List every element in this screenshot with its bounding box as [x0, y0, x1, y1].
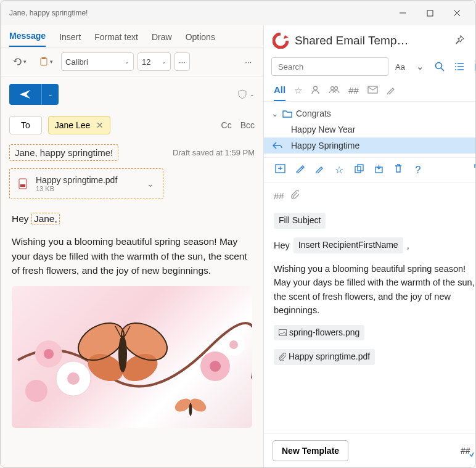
filter-team-icon[interactable] — [329, 85, 340, 101]
svg-point-28 — [189, 403, 192, 416]
font-size-select[interactable]: 12 ⌄ — [137, 52, 171, 71]
copy-icon[interactable] — [353, 164, 365, 176]
attachment-icon — [290, 189, 299, 203]
chevron-down-icon[interactable]: ⌄ — [250, 91, 255, 97]
help-icon[interactable]: ? — [412, 165, 424, 176]
import-icon[interactable] — [372, 164, 385, 176]
font-name: Calibri — [65, 57, 88, 67]
window-title: Jane, happy springtime! — [9, 9, 389, 17]
popout-icon[interactable] — [471, 59, 475, 75]
footer-hash[interactable]: ## — [461, 446, 470, 456]
filter-edit-icon[interactable] — [387, 85, 396, 101]
svg-point-9 — [44, 349, 54, 359]
filter-person-icon[interactable] — [311, 85, 320, 101]
greeting-pre: Hey — [12, 213, 31, 224]
reply-icon — [273, 141, 282, 150]
remove-recipient-icon[interactable]: ✕ — [96, 120, 104, 130]
close-panel-icon[interactable]: ✕ — [472, 34, 475, 47]
filter-mail-icon[interactable] — [367, 85, 378, 101]
message-body[interactable]: Hey Jane, Wishing you a blooming beautif… — [1, 204, 263, 467]
recipient-name: Jane Lee — [55, 120, 91, 130]
chevron-down-icon[interactable]: ⌄ — [147, 179, 154, 189]
tab-insert[interactable]: Insert — [59, 32, 81, 47]
insert-recipient-token[interactable]: Insert RecipientFirstName — [293, 237, 403, 253]
svg-point-23 — [118, 335, 127, 372]
overflow-button[interactable]: ··· — [240, 52, 256, 71]
image-attachment-name: spring-flowers.png — [289, 327, 359, 337]
insert-icon[interactable] — [274, 164, 286, 176]
attachment-icon — [279, 353, 286, 361]
chevron-down-icon: ▾ — [50, 59, 53, 65]
paste-button[interactable]: ▾ — [35, 52, 57, 71]
svg-point-13 — [210, 361, 221, 372]
maximize-icon — [427, 10, 433, 17]
fill-subject-token[interactable]: Fill Subject — [274, 213, 326, 229]
svg-point-33 — [331, 86, 334, 89]
new-template-button[interactable]: New Template — [273, 440, 348, 461]
delete-icon[interactable] — [392, 164, 404, 176]
send-button[interactable] — [9, 84, 41, 105]
filter-favorites[interactable]: ☆ — [294, 85, 302, 101]
pen-icon[interactable] — [293, 164, 306, 176]
font-size-toggle[interactable]: Aa — [392, 59, 408, 75]
search-input[interactable] — [271, 57, 388, 76]
svg-rect-1 — [427, 10, 433, 16]
undo-icon — [12, 57, 22, 67]
template-item-selected[interactable]: Happy Springtime ⋮ — [264, 138, 475, 154]
ribbon-tabs: Message Insert Format text Draw Options — [1, 25, 263, 47]
greet-text: Hey — [274, 239, 290, 252]
svg-line-30 — [441, 68, 445, 72]
inline-image — [12, 286, 252, 428]
clipboard-icon — [39, 57, 49, 67]
pdf-icon — [18, 178, 30, 189]
undo-button[interactable]: ▾ — [8, 52, 31, 71]
svg-rect-5 — [42, 57, 46, 59]
font-select[interactable]: Calibri ⌄ — [61, 52, 134, 71]
meta-hash: ## — [274, 189, 284, 203]
image-icon — [279, 329, 287, 336]
attachment-name: Happy springtime.pdf — [36, 175, 141, 185]
attachment-size: 13 KB — [36, 185, 141, 192]
search-icon[interactable] — [432, 59, 448, 75]
svg-rect-40 — [279, 329, 287, 335]
minimize-button[interactable] — [389, 4, 416, 22]
checklist-icon[interactable] — [451, 59, 467, 75]
chevron-down-icon: ⌄ — [48, 91, 53, 97]
bcc-button[interactable]: Bcc — [240, 120, 255, 130]
body-text: Wishing you a blooming beautiful spring … — [12, 234, 252, 277]
tab-options[interactable]: Options — [186, 32, 215, 47]
cc-button[interactable]: Cc — [221, 120, 232, 130]
panel-title: Shared Email Temp… — [295, 34, 446, 47]
tab-draw[interactable]: Draw — [152, 32, 172, 47]
svg-point-34 — [335, 86, 338, 89]
to-button[interactable]: To — [9, 116, 42, 134]
pdf-attachment-chip[interactable]: Happy springtime.pdf — [274, 349, 375, 365]
maximize-button[interactable] — [416, 4, 443, 22]
star-icon[interactable]: ☆ — [333, 164, 345, 176]
svg-rect-7 — [20, 184, 25, 187]
minimize-icon — [399, 9, 406, 17]
recipient-chip[interactable]: Jane Lee ✕ — [48, 116, 111, 134]
filter-hash[interactable]: ## — [348, 85, 359, 101]
greeting-name-token: Jane, — [31, 213, 60, 224]
subject-field[interactable]: Jane, happy springtime! — [9, 144, 118, 161]
expand-icon[interactable] — [472, 164, 475, 176]
chevron-down-icon[interactable]: ⌄ — [412, 59, 428, 75]
tree-folder[interactable]: ⌄ Congrats — [264, 105, 475, 121]
pin-icon[interactable] — [453, 35, 466, 47]
addin-logo-icon — [273, 33, 289, 49]
send-icon — [19, 89, 31, 99]
filter-all[interactable]: All — [274, 84, 285, 101]
send-dropdown[interactable]: ⌄ — [41, 84, 59, 105]
svg-point-32 — [314, 86, 318, 90]
template-item[interactable]: Happy New Year — [264, 121, 475, 138]
svg-point-15 — [229, 340, 238, 349]
image-attachment-chip[interactable]: spring-flowers.png — [274, 325, 364, 341]
tab-message[interactable]: Message — [9, 31, 46, 47]
attachment-chip[interactable]: Happy springtime.pdf 13 KB ⌄ — [9, 168, 163, 199]
edit-icon[interactable] — [313, 164, 326, 176]
more-formatting-button[interactable]: ··· — [174, 52, 190, 71]
close-button[interactable] — [443, 4, 470, 22]
template-body-text: Wishing you a blooming beautiful spring … — [274, 262, 475, 318]
tab-format-text[interactable]: Format text — [94, 32, 138, 47]
